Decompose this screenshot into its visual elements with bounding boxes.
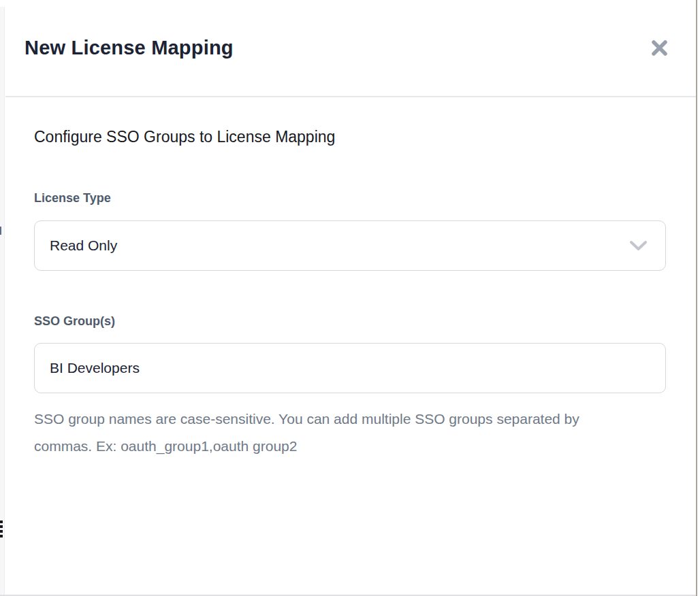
modal-header: New License Mapping [5, 0, 696, 97]
modal-body: Configure SSO Groups to License Mapping … [5, 97, 696, 459]
clipped-list-icon [0, 520, 3, 537]
sso-groups-input[interactable] [34, 343, 666, 393]
window-right-edge [696, 0, 697, 596]
sso-groups-help-text: SSO group names are case-sensitive. You … [34, 405, 582, 459]
close-button[interactable] [648, 36, 671, 60]
sso-groups-label: SSO Group(s) [34, 314, 666, 329]
license-type-select[interactable]: Read Only [34, 220, 666, 271]
chevron-down-icon [629, 240, 648, 252]
background-page-edge [0, 7, 5, 595]
screen: New License Mapping Configure SSO Groups… [0, 0, 700, 596]
modal-title: New License Mapping [25, 37, 234, 59]
license-type-value: Read Only [50, 237, 117, 254]
new-license-mapping-modal: New License Mapping Configure SSO Groups… [5, 0, 696, 596]
close-icon[interactable] [650, 39, 669, 57]
license-type-label: License Type [34, 191, 666, 205]
clipped-background-element [0, 227, 1, 235]
modal-description: Configure SSO Groups to License Mapping [34, 127, 666, 147]
